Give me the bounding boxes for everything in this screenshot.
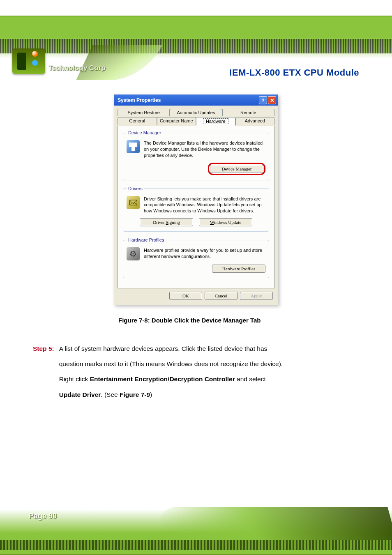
drivers-icon [127,196,140,209]
hardware-profiles-group: Hardware Profiles Hardware profiles prov… [123,237,269,278]
page-content: System Properties ? ✕ System Restore Aut… [0,94,392,402]
footer-banner: Page 90 [0,502,392,555]
hardware-profiles-text: Hardware profiles provide a way for you … [144,247,265,260]
dialog-titlebar: System Properties ? ✕ [114,95,278,106]
figure-caption: Figure 7-8: Double Click the Device Mana… [33,317,359,324]
hardware-profiles-button[interactable]: Hardware Profiles [212,265,265,273]
tab-advanced[interactable]: Advanced [235,117,275,125]
step-body: A list of system hardware devices appear… [59,341,283,402]
device-manager-group: Device Manager The Device Manager lists … [123,130,269,180]
step-line4c: Figure 7-9 [120,391,150,398]
tab-panel-hardware: Device Manager The Device Manager lists … [118,126,274,288]
header-decor-strip [0,39,392,53]
close-icon[interactable]: ✕ [268,96,276,104]
help-icon[interactable]: ? [259,96,267,104]
tab-computer-name[interactable]: Computer Name [157,117,196,125]
step-line4d: ) [150,391,152,398]
footer-decor-strip [0,540,392,550]
device-manager-icon [127,140,140,153]
header-banner: Technology Corp IEM-LX-800 ETX CPU Modul… [0,16,392,69]
step-line4b: . (See [101,391,120,398]
device-manager-button[interactable]: Device Manager [210,165,263,173]
windows-update-button[interactable]: Windows Update [199,218,252,226]
cancel-button[interactable]: Cancel [205,292,238,300]
dialog-footer: OK Cancel Apply [114,292,278,305]
tab-system-restore[interactable]: System Restore [118,109,170,116]
step-line2: question marks next to it (This means Wi… [59,360,283,367]
apply-button: Apply [240,292,273,300]
tab-hardware[interactable]: Hardware [196,117,235,126]
dialog-title: System Properties [118,97,161,103]
footer-swoosh [152,507,392,540]
driver-signing-button[interactable]: Driver Signing [140,218,193,226]
hardware-profiles-legend: Hardware Profiles [127,237,166,242]
system-properties-dialog: System Properties ? ✕ System Restore Aut… [114,94,278,305]
step-line3a: Right click [59,375,90,382]
step-label: Step 5: [33,341,54,402]
step-5: Step 5: A list of system hardware device… [33,341,359,402]
tab-hardware-label: Hardware [203,118,228,124]
drivers-text: Driver Signing lets you make sure that i… [144,196,265,214]
doc-title: IEM-LX-800 ETX CPU Module [0,67,359,78]
device-manager-callout: Device Manager [208,163,265,175]
tab-automatic-updates[interactable]: Automatic Updates [170,109,222,116]
step-line3b: Entertainment Encryption/Decryption Cont… [90,375,235,382]
drivers-legend: Drivers [127,186,144,191]
hardware-profiles-icon [127,247,140,260]
step-line4a: Update Driver [59,391,101,398]
tab-strip: System Restore Automatic Updates Remote … [118,109,274,127]
ok-button[interactable]: OK [169,292,202,300]
step-line3c: and select [235,375,266,382]
tab-remote[interactable]: Remote [222,109,274,116]
device-manager-text: The Device Manager lists all the hardwar… [144,140,265,159]
page-number: Page 90 [29,512,57,520]
device-manager-legend: Device Manager [127,130,163,135]
step-line1: A list of system hardware devices appear… [59,345,267,352]
drivers-group: Drivers Driver Signing lets you make sur… [123,186,269,232]
device-manager-button-label: evice Manager [225,166,251,171]
tab-general[interactable]: General [118,117,157,125]
